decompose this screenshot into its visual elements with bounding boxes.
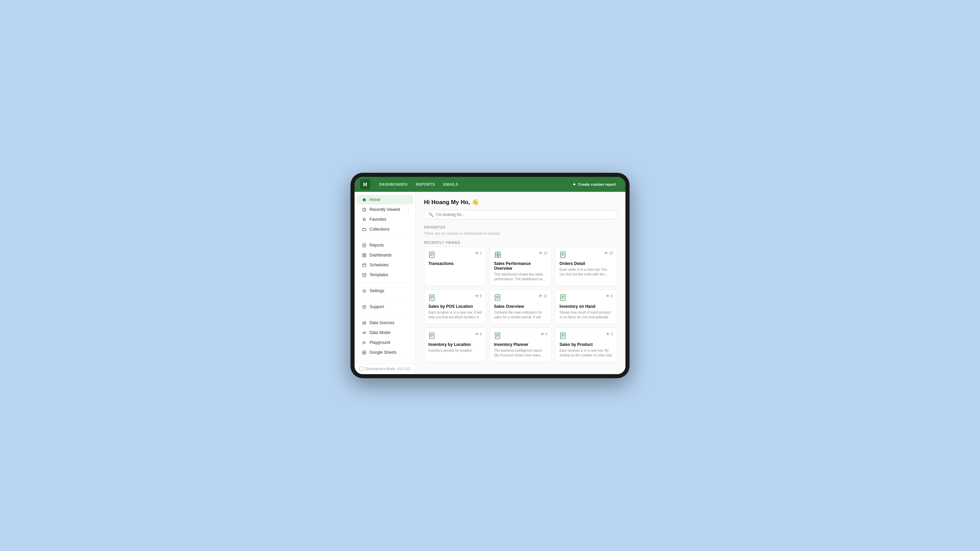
card-views: 👁 11 (539, 294, 547, 298)
sidebar-item-collections[interactable]: Collections (356, 224, 414, 234)
card-title: Sales Performance Overview (494, 261, 547, 271)
sidebar-item-recently-viewed[interactable]: Recently Viewed › (356, 205, 414, 214)
database-icon (361, 320, 367, 326)
card-title: Inventory Planner (494, 342, 547, 347)
report-card-icon (559, 294, 567, 301)
card-sales-overview[interactable]: 👁 11 Sales Overview Contains the main in… (490, 289, 552, 324)
sidebar-item-data-sources[interactable]: Data Sources (356, 318, 414, 327)
card-header: 👁 19 (559, 251, 613, 259)
folder-icon (361, 227, 367, 232)
card-desc: The business intelligence report. Qty Fo… (494, 348, 547, 358)
card-views: 👁 19 (605, 251, 613, 255)
dev-mode-checkbox[interactable] (360, 367, 363, 371)
nav-reports[interactable]: REPORTS (412, 181, 439, 188)
report-card-icon (494, 332, 501, 340)
card-header: 👁 13 (494, 251, 547, 259)
svg-rect-32 (560, 252, 565, 258)
report-card-icon (428, 332, 436, 340)
content-area: Hi Hoang My Ho, 👋 🔍 FAVORITES There are … (416, 192, 625, 374)
view-count: 9 (480, 332, 482, 336)
card-header: 👁 5 (559, 332, 613, 340)
sidebar-section-main: Home Recently Viewed › (355, 192, 415, 237)
search-input[interactable] (436, 212, 613, 217)
svg-rect-6 (364, 253, 366, 255)
card-desc: Inventory pivoted by location. (428, 348, 482, 353)
card-header: 👁 9 (428, 332, 482, 340)
star-icon: ✦ (572, 182, 576, 187)
card-inventory-on-hand[interactable]: 👁 6 Inventory on Hand Shows how much of … (555, 289, 617, 324)
sidebar-schedules-label: Schedules (369, 263, 388, 267)
card-sales-performance-overview[interactable]: 👁 13 Sales Performance Overview This das… (490, 246, 552, 286)
svg-rect-5 (363, 253, 364, 255)
sidebar-data-sources-label: Data Sources (369, 321, 395, 325)
card-desc: Each product is in a new row. By sorting… (559, 348, 613, 358)
template-icon (361, 272, 367, 278)
recently-viewed-section-label: RECENTLY VIEWED (424, 241, 617, 245)
search-icon: 🔍 (428, 212, 434, 217)
sidebar-home-label: Home (369, 197, 380, 202)
dev-mode-label: Development Mode (366, 367, 395, 371)
svg-rect-24 (430, 252, 434, 258)
sidebar-collections-label: Collections (369, 227, 390, 232)
card-title: Inventory on Hand (559, 304, 613, 309)
sidebar-item-data-model[interactable]: Data Model (356, 328, 414, 337)
create-custom-report-label: Create custom report (578, 182, 616, 186)
card-desc: Contains the main indicators for sales f… (494, 310, 547, 320)
sidebar-item-dashboards[interactable]: Dashboards (356, 250, 414, 260)
card-views: 👁 1 (475, 251, 482, 255)
card-inventory-by-location[interactable]: 👁 9 Inventory by Location Inventory pivo… (424, 327, 486, 362)
eye-icon: 👁 (606, 294, 610, 298)
sidebar-item-settings[interactable]: Settings (356, 286, 414, 295)
card-title: Transactions (428, 261, 482, 266)
schedule-icon (361, 262, 367, 268)
svg-rect-31 (498, 255, 501, 257)
svg-rect-29 (498, 252, 501, 254)
sidebar-item-schedules[interactable]: Schedules (356, 260, 414, 270)
svg-rect-8 (364, 256, 366, 257)
svg-rect-7 (363, 256, 364, 257)
report-card-icon (494, 294, 501, 301)
card-inventory-planner[interactable]: 👁 4 Inventory Planner The business intel… (490, 327, 552, 362)
card-views: 👁 13 (539, 251, 547, 255)
svg-rect-9 (363, 264, 366, 267)
card-header: 👁 4 (494, 332, 547, 340)
create-custom-report-button[interactable]: ✦ Create custom report (568, 180, 620, 189)
card-views: 👁 6 (606, 294, 613, 298)
card-orders-detail[interactable]: 👁 19 Orders Detail Each order is in a ne… (555, 246, 617, 286)
search-bar[interactable]: 🔍 (424, 210, 617, 219)
sidebar-section-settings: Settings (355, 283, 415, 299)
sidebar-templates-label: Templates (369, 272, 388, 277)
svg-rect-36 (430, 295, 434, 301)
sidebar-playground-label: Playground (369, 340, 390, 345)
sidebar-item-google-sheets[interactable]: Google Sheets (356, 348, 414, 357)
card-title: Orders Detail (559, 261, 613, 266)
svg-rect-44 (560, 295, 565, 301)
card-header: 👁 1 (428, 251, 482, 259)
dashboard-card-icon (494, 251, 501, 259)
sidebar-item-playground[interactable]: Playground (356, 338, 414, 347)
eye-icon: 👁 (539, 294, 542, 298)
sidebar-item-support[interactable]: Support (356, 302, 414, 311)
card-transactions[interactable]: 👁 1 Transactions (424, 246, 486, 286)
card-sales-by-product[interactable]: 👁 5 Sales by Product Each product is in … (555, 327, 617, 362)
cards-grid: 👁 1 Transactions (424, 246, 617, 362)
sidebar-item-templates[interactable]: Templates (356, 270, 414, 279)
sidebar-item-favorites[interactable]: Favorites (356, 214, 414, 224)
nav-emails[interactable]: EMAILS (440, 181, 462, 188)
sidebar-footer: Development Mode v3.0.112 (355, 363, 415, 374)
card-sales-by-pos[interactable]: 👁 9 Sales by POS Location Each location … (424, 289, 486, 324)
card-header: 👁 9 (428, 294, 482, 301)
sidebar-item-home[interactable]: Home (356, 195, 414, 205)
view-count: 13 (543, 251, 547, 255)
svg-rect-56 (560, 333, 565, 339)
svg-rect-20 (363, 351, 366, 354)
sidebar-data-model-label: Data Model (369, 330, 390, 335)
sidebar-item-reports[interactable]: Reports (356, 240, 414, 250)
nav-dashboards[interactable]: DASHBOARDS (375, 181, 411, 188)
clock-icon (361, 207, 367, 212)
dashboard-icon (361, 252, 367, 258)
sidebar-reports-label: Reports (369, 243, 384, 248)
card-desc: Each location is in a new row. It will h… (428, 310, 482, 320)
report-icon (361, 243, 367, 248)
card-desc: Each order is in a new row. You can find… (559, 267, 613, 277)
